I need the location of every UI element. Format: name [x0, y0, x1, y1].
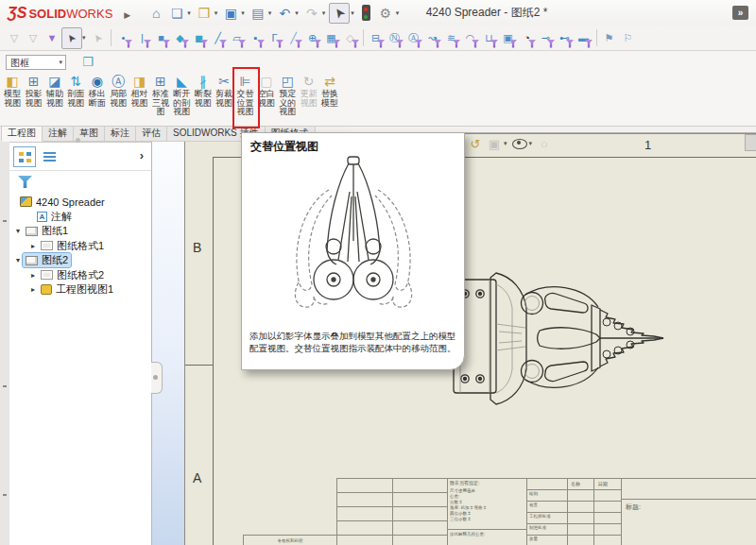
selection-filter-toolbar: ▽▽▼➤▾➤•|■◆◼╱▱▪Γ╱⊕▦◇⊟ⓃⒶ↝≋◠⊔▣◔⊸⊷▬⚑⚐: [0, 26, 756, 51]
funnel-overlay-icon: [528, 40, 537, 48]
panel-splitter-dot[interactable]: [76, 138, 80, 143]
tree-item-sheet1[interactable]: ▾图纸1: [9, 224, 151, 239]
filter-balloons-icon[interactable]: Ⓝ: [386, 28, 404, 48]
filter-weld-beads-icon[interactable]: ⊔: [480, 28, 499, 48]
edit-sheet-format-button[interactable]: ❒: [76, 53, 100, 72]
removed-section-button[interactable]: ◉移出断面: [87, 73, 108, 117]
standard-3-view-button[interactable]: ⊞标准三视图: [150, 73, 171, 117]
filter-planes-icon[interactable]: ▱: [228, 28, 247, 48]
hide-show-items-icon-caret[interactable]: ▾: [529, 140, 533, 147]
view-settings-icon[interactable]: ○: [535, 134, 554, 153]
filter-routing-points-icon[interactable]: ⊷: [556, 28, 575, 48]
display-style-icon[interactable]: ▣: [485, 134, 504, 153]
filter-notes-icon[interactable]: Ⓐ: [404, 28, 423, 48]
logo-flyout-arrow-icon[interactable]: ▶: [124, 10, 130, 20]
crop-view-button[interactable]: ✂剪裁视图: [214, 73, 234, 117]
filter-faces-icon[interactable]: ■: [152, 28, 171, 48]
filter-hatch-fill-icon[interactable]: ≋: [442, 28, 461, 48]
filter-blocks-icon[interactable]: ▣: [499, 28, 518, 48]
tree-item-root[interactable]: 4240 Spreader: [9, 195, 151, 210]
tree-item-drawing-view1-expander-icon[interactable]: ▸: [28, 285, 38, 294]
tree-item-drawing-view1-label: 工程图视图1: [56, 282, 113, 297]
filter-midpoints-icon[interactable]: ╱: [284, 28, 303, 48]
section-view-button-icon: ⇅: [71, 73, 82, 90]
new-document-icon-caret[interactable]: ▾: [187, 9, 191, 17]
filter-dimensions-icon[interactable]: ◇: [341, 28, 360, 48]
home-icon[interactable]: ⌂: [146, 4, 165, 23]
expand-panel-button[interactable]: »: [732, 6, 748, 20]
filter-cosmetic-threads-icon[interactable]: ⊸: [537, 28, 556, 48]
dot-flag-icon[interactable]: ⚐: [619, 28, 638, 48]
tree-item-drawing-view1[interactable]: ▸工程图视图1: [9, 282, 151, 298]
filter-vertices-icon[interactable]: •: [114, 28, 133, 48]
hide-show-items-icon[interactable]: [510, 134, 529, 153]
chevron-down-icon[interactable]: ▾: [59, 59, 62, 66]
tab-evaluate[interactable]: 评估: [136, 126, 167, 142]
predefined-view-button[interactable]: ◰预定义的视图: [277, 73, 298, 117]
tree-item-sheet2[interactable]: ▾图纸2: [9, 253, 151, 268]
filter-center-marks-icon[interactable]: ⊕: [303, 28, 322, 48]
filter-pie-icon[interactable]: ◔: [518, 28, 537, 48]
open-folder-icon-caret[interactable]: ▾: [215, 9, 218, 17]
auxiliary-view-button[interactable]: ◪辅助视图: [44, 73, 65, 117]
tab-drawing[interactable]: 工程图: [1, 126, 43, 142]
replace-model-button[interactable]: ⇄替换模型: [319, 73, 340, 117]
projected-view-button[interactable]: ⊞投影视图: [23, 73, 43, 117]
tree-item-sheet-format2[interactable]: ▸图纸格式2: [9, 268, 151, 283]
tree-item-annotations[interactable]: A注解: [9, 210, 151, 225]
filter-axes-icon[interactable]: ╱: [209, 28, 228, 48]
tree-filter-funnel-icon[interactable]: [18, 176, 32, 188]
save-icon-caret[interactable]: ▾: [241, 9, 245, 17]
tree-item-sheet-format1[interactable]: ▸图纸格式1: [9, 239, 151, 254]
model-view-button[interactable]: ◧模型视图: [2, 73, 23, 117]
tree-item-sheet-format2-expander-icon[interactable]: ▸: [28, 271, 38, 280]
tab-markup[interactable]: 标注: [105, 126, 136, 142]
section-view-button[interactable]: ⇅剖面视图: [65, 73, 86, 117]
print-icon-caret[interactable]: ▾: [268, 9, 272, 17]
funnel-overlay-icon: [257, 40, 266, 48]
zone-number-1: 1: [644, 138, 651, 152]
display-style-icon-caret[interactable]: ▾: [504, 140, 507, 147]
property-manager-tab[interactable]: [38, 146, 60, 167]
open-folder-icon[interactable]: ❒: [195, 4, 214, 23]
sheet-frame-combo[interactable]: 图框 ▾: [6, 55, 66, 70]
toggle-all-filters-icon[interactable]: ▽: [24, 28, 43, 48]
filter-solid-bodies-icon[interactable]: ◼: [190, 28, 209, 48]
flag-icon[interactable]: ⚑: [600, 28, 619, 48]
tree-item-sheet1-expander-icon[interactable]: ▾: [13, 227, 23, 235]
solidworks-logo: ƷS SOLID WORKS ▶: [8, 5, 130, 22]
broken-out-section-button[interactable]: ◣断开的剖视图: [171, 73, 192, 117]
titleblock-name-header: 名称: [571, 481, 580, 486]
filters-stack-icon[interactable]: ▼: [43, 28, 61, 48]
tab-annotation[interactable]: 注解: [43, 126, 74, 142]
funnel-overlay-icon: [163, 40, 171, 48]
tree-item-sheet2-expander-icon[interactable]: ▾: [13, 256, 23, 264]
save-icon[interactable]: ▣: [221, 4, 240, 23]
print-icon[interactable]: ▤: [249, 4, 267, 23]
select-tool-icon-caret[interactable]: ▾: [82, 34, 86, 42]
titleblock-note-header: 除非另有指定:: [450, 480, 479, 485]
tree-item-sheet-format1-expander-icon[interactable]: ▸: [28, 242, 38, 250]
filter-viewport-icon[interactable]: ▬: [575, 28, 593, 48]
red-highlight-box: [232, 67, 260, 128]
roll-view-icon[interactable]: ↺: [466, 134, 485, 153]
filter-hatches-icon[interactable]: ▦: [322, 28, 341, 48]
filter-domes-icon[interactable]: ◠: [461, 28, 480, 48]
filter-surface-bodies-icon[interactable]: ◆: [171, 28, 190, 48]
panel-more-tabs-chevron-icon[interactable]: ›: [140, 148, 144, 162]
filter-sketch-points-icon[interactable]: ▪: [247, 28, 266, 48]
detail-view-button[interactable]: Ⓐ局部视图: [108, 73, 129, 117]
filter-edges-icon[interactable]: |: [133, 28, 152, 48]
filter-dimension-values-icon[interactable]: ⊟: [367, 28, 386, 48]
feature-tree-tab[interactable]: [13, 146, 36, 167]
lasso-select-icon[interactable]: ➤: [89, 28, 108, 48]
filter-splines-icon[interactable]: ↝: [423, 28, 442, 48]
panel-collapse-handle[interactable]: [151, 362, 163, 394]
break-view-button[interactable]: ∦断裂视图: [193, 73, 214, 117]
filter-sketch-segments-icon[interactable]: Γ: [266, 28, 284, 48]
toolbar-separator: [596, 29, 597, 46]
new-document-icon[interactable]: ❏: [167, 4, 186, 23]
relative-view-button[interactable]: ◨相对视图: [129, 73, 149, 117]
select-tool-icon[interactable]: ➤: [61, 27, 82, 49]
clear-all-filters-icon[interactable]: ▽: [5, 28, 24, 48]
